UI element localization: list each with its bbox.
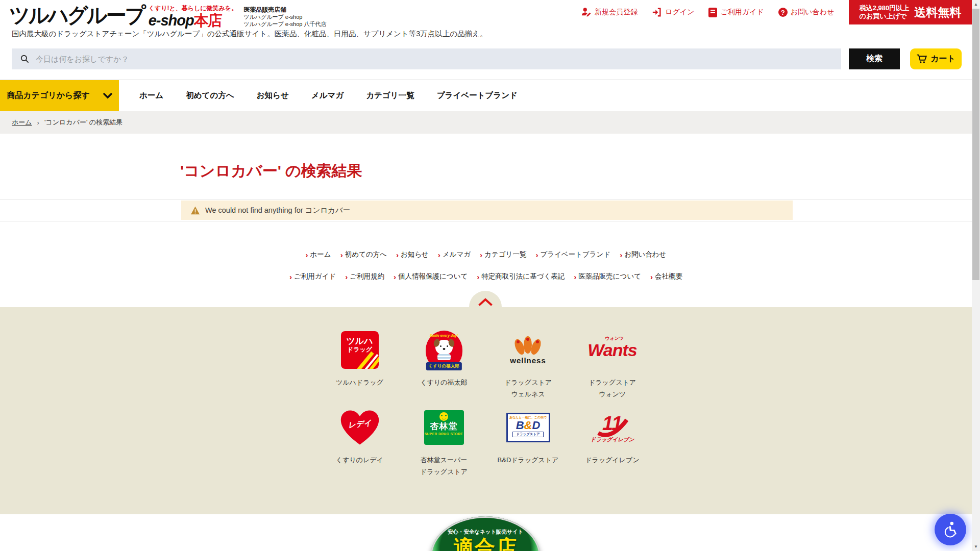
footer-link-terms[interactable]: ›ご利用規約 xyxy=(345,272,384,281)
guide-icon xyxy=(708,8,717,17)
site-logo[interactable]: ツルハグループ くすり!と、暮らしに微笑みを。 e-shop本店 医薬品販売店舗… xyxy=(9,3,326,28)
chevron-right-icon: › xyxy=(345,273,348,280)
store-wellness[interactable]: wellness ドラッグストア ウェルネス xyxy=(486,327,570,400)
bd-wordmark: B&D xyxy=(516,420,541,431)
store-tsuruha-drug[interactable]: ツルハ ドラッグ ツルハドラッグ xyxy=(317,327,402,400)
login-link[interactable]: ログイン xyxy=(652,7,694,17)
footer-link-home[interactable]: ›ホーム xyxy=(305,250,331,259)
store-label: B&Dドラッグストア xyxy=(498,454,559,466)
scroll-up-arrow[interactable]: ▲ xyxy=(972,0,980,9)
nav-item-category-list[interactable]: カテゴリ一覧 xyxy=(366,90,414,101)
footer-link-company[interactable]: ›会社概要 xyxy=(650,272,682,281)
search-button[interactable]: 検索 xyxy=(849,48,900,69)
site-description: 国内最大級のドラッグストアチェーン「ツルハグループ」の公式通販サイト。医薬品、化… xyxy=(12,29,487,39)
chevron-right-icon: › xyxy=(394,273,396,280)
store-label-line: くすりのレデイ xyxy=(336,454,383,466)
main-nav: 商品カテゴリから探す ホーム 初めての方へ お知らせ メルマガ カテゴリ一覧 プ… xyxy=(0,80,972,111)
wellness-petals-icon xyxy=(511,336,544,357)
cart-icon xyxy=(916,54,927,64)
guide-link[interactable]: ご利用ガイド xyxy=(708,8,764,17)
shipping-line2: のお買い上げで xyxy=(860,12,910,20)
store-bd[interactable]: あなたと一緒に、この街で B&D ドラッグストア B&Dドラッグストア xyxy=(486,404,570,478)
search-input[interactable] xyxy=(36,55,841,63)
store-kyorindo[interactable]: 杏林堂 SUPER DRUG STORE 杏林堂スーパー ドラッグストア xyxy=(402,404,486,478)
store-fukutaro[interactable]: Smile every day! くすりの福太郎 くすりの福太郎 xyxy=(402,327,486,400)
nav-item-mailmag[interactable]: メルマガ xyxy=(311,90,344,101)
store-line: 医薬品販売店舗 xyxy=(243,6,326,13)
store-label: ツルハドラッグ xyxy=(336,377,383,388)
certified-shop-badge[interactable]: 安心・安全なネット販売サイト 適合店 xyxy=(430,516,541,551)
store-label-line: B&Dドラッグストア xyxy=(498,454,559,466)
scroll-down-arrow[interactable]: ▼ xyxy=(972,542,980,551)
register-label: 新規会員登録 xyxy=(595,8,638,17)
utility-links: 新規会員登録 ログイン ご利用ガイド ? お問い合わせ xyxy=(581,7,834,17)
logo-store-lines: 医薬品販売店舗 ツルハグループ e-shop ツルハグループ e-shop 八千… xyxy=(243,6,326,28)
page-title: 'コンロカバー' の検索結果 xyxy=(180,161,362,182)
footer-link-label: 特定商取引法に基づく表記 xyxy=(481,272,565,281)
store-label-line: くすりの福太郎 xyxy=(420,377,467,388)
chevron-up-icon xyxy=(478,298,493,306)
breadcrumb-current: 'コンロカバー' の検索結果 xyxy=(44,118,122,127)
footer-link-label: ホーム xyxy=(310,250,331,259)
smiley-icon xyxy=(439,412,448,421)
store-line: ツルハグループ e-shop 八千代店 xyxy=(243,20,326,28)
wellness-logo: wellness xyxy=(510,327,546,373)
footer-link-contact[interactable]: ›お問い合わせ xyxy=(620,250,666,259)
store-lady[interactable]: レデイ くすりのレデイ xyxy=(317,404,402,478)
scrollbar[interactable]: ▲ ▼ xyxy=(972,0,980,551)
fukutaro-slogan: Smile every day! xyxy=(426,334,462,337)
login-icon xyxy=(652,7,662,17)
footer-link-first-time[interactable]: ›初めての方へ xyxy=(340,250,387,259)
footer-link-privacy[interactable]: ›個人情報保護について xyxy=(394,272,468,281)
store-drug-eleven[interactable]: 11 ドラッグイレブン ドラッグイレブン xyxy=(570,404,654,478)
kyorindo-logo: 杏林堂 SUPER DRUG STORE xyxy=(424,404,464,451)
badge-main-text: 適合店 xyxy=(453,536,518,551)
lady-logo: レデイ xyxy=(339,404,380,451)
store-label-line: 杏林堂スーパー xyxy=(420,454,468,466)
store-wants[interactable]: ウォンツ Wants ドラッグストア ウォンツ xyxy=(570,327,654,400)
warning-icon xyxy=(190,206,200,215)
nav-item-news[interactable]: お知らせ xyxy=(257,90,289,101)
footer-link-news[interactable]: ›お知らせ xyxy=(396,250,429,259)
chevron-right-icon: › xyxy=(438,252,440,258)
footer-link-pharma-sales[interactable]: ›医薬品販売について xyxy=(574,272,641,281)
badge-top-text: 安心・安全なネット販売サイト xyxy=(448,529,524,536)
category-menu-button[interactable]: 商品カテゴリから探す xyxy=(0,80,119,111)
store-label: くすりのレデイ xyxy=(336,454,383,466)
register-link[interactable]: 新規会員登録 xyxy=(581,7,638,17)
logo-eshop-block: くすり!と、暮らしに微笑みを。 e-shop本店 xyxy=(149,4,238,28)
chevron-right-icon: › xyxy=(396,252,399,258)
wants-logo: ウォンツ Wants xyxy=(587,327,636,373)
footer-link-label: 会社概要 xyxy=(655,272,682,281)
footer-link-private-brand[interactable]: ›プライベートブランド xyxy=(535,250,610,259)
chevron-right-icon: › xyxy=(574,273,576,280)
chevron-right-icon: › xyxy=(535,252,538,258)
wants-kana: ウォンツ xyxy=(605,335,624,342)
cart-button[interactable]: カート xyxy=(910,48,962,69)
scrollbar-thumb[interactable] xyxy=(972,9,979,280)
nav-item-private-brand[interactable]: プライベートブランド xyxy=(437,90,518,101)
contact-link[interactable]: ? お問い合わせ xyxy=(778,8,834,17)
footer-link-mailmag[interactable]: ›メルマガ xyxy=(438,250,471,259)
chevron-down-icon xyxy=(103,93,112,99)
breadcrumb: ホーム › 'コンロカバー' の検索結果 xyxy=(0,111,972,134)
store-label-line: ドラッグストア xyxy=(589,377,636,388)
kyorindo-sub: SUPER DRUG STORE xyxy=(425,432,463,436)
chevron-right-icon: › xyxy=(480,252,482,258)
footer-link-label: ご利用ガイド xyxy=(294,272,336,281)
footer-link-label: メルマガ xyxy=(443,250,471,259)
fukutaro-banner: くすりの福太郎 xyxy=(426,362,461,370)
accessibility-button[interactable] xyxy=(935,514,966,545)
nav-item-home[interactable]: ホーム xyxy=(139,90,163,101)
nav-item-first-time[interactable]: 初めての方へ xyxy=(186,90,234,101)
no-results-alert: We could not find anything for コンロカバー xyxy=(181,201,793,220)
tsuruha-drug-logo: ツルハ ドラッグ xyxy=(341,327,379,373)
footer-link-label: お問い合わせ xyxy=(624,250,666,259)
search-icon xyxy=(20,54,30,64)
footer-link-label: 医薬品販売について xyxy=(578,272,641,281)
store-label: ドラッグイレブン xyxy=(585,454,639,466)
breadcrumb-home-link[interactable]: ホーム xyxy=(12,118,32,127)
footer-link-commerce-law[interactable]: ›特定商取引法に基づく表記 xyxy=(477,272,565,281)
footer-link-guide[interactable]: ›ご利用ガイド xyxy=(289,272,336,281)
footer-link-category-list[interactable]: ›カテゴリ一覧 xyxy=(480,250,526,259)
